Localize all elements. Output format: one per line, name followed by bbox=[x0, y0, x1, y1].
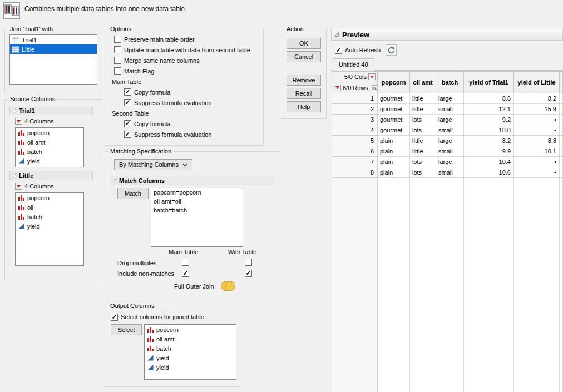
cell[interactable]: 10.4 bbox=[464, 157, 514, 167]
row-number[interactable]: 5 bbox=[332, 136, 378, 146]
source-columns-list-trial1[interactable]: popcornoil amtbatchyield bbox=[15, 127, 84, 167]
column-item-oil-amt[interactable]: oil amt bbox=[16, 137, 83, 147]
column-header-yield-of-little[interactable]: yield of Little bbox=[514, 72, 560, 93]
cell[interactable]: plain bbox=[378, 146, 410, 157]
cell[interactable]: small bbox=[436, 125, 464, 136]
cancel-button[interactable]: Cancel bbox=[287, 51, 321, 62]
checkbox-merge-same-name-columns[interactable] bbox=[114, 57, 121, 64]
cell[interactable]: lots bbox=[410, 115, 436, 125]
preview-header[interactable]: Preview bbox=[331, 29, 563, 41]
checkbox-suppress-formula-evaluation[interactable] bbox=[124, 99, 131, 106]
checkbox-main-drop-multiples[interactable] bbox=[182, 259, 189, 266]
help-button[interactable]: Help bbox=[287, 101, 321, 112]
cell[interactable]: small bbox=[436, 146, 464, 157]
cell[interactable]: little bbox=[410, 136, 436, 146]
checkbox-match-flag[interactable] bbox=[114, 67, 121, 75]
cell[interactable]: 15.9 bbox=[514, 104, 560, 115]
column-header-oil-amt[interactable]: oil amt bbox=[410, 72, 436, 93]
cell[interactable]: little bbox=[410, 104, 436, 115]
checkbox-main-include-non-matches[interactable] bbox=[182, 270, 189, 277]
cell[interactable]: small bbox=[436, 167, 464, 178]
cell[interactable]: 10.1 bbox=[514, 146, 560, 157]
cell[interactable]: lots bbox=[410, 125, 436, 136]
disclosure-icon[interactable] bbox=[12, 107, 17, 114]
match-method-dropdown[interactable]: By Matching Columns bbox=[114, 159, 192, 170]
red-menu-triangle-icon[interactable] bbox=[368, 73, 376, 80]
column-header-batch[interactable]: batch bbox=[436, 72, 464, 93]
disclosure-icon[interactable] bbox=[334, 31, 339, 39]
auto-refresh-checkbox[interactable] bbox=[335, 47, 342, 54]
cell[interactable]: 8.8 bbox=[514, 136, 560, 146]
cell[interactable]: plain bbox=[378, 136, 410, 146]
row-selector-icon[interactable] bbox=[372, 85, 377, 91]
row-number[interactable]: 1 bbox=[332, 93, 378, 104]
select-button[interactable]: Select bbox=[111, 324, 142, 335]
column-header-popcorn[interactable]: popcorn bbox=[378, 72, 410, 93]
cell[interactable]: large bbox=[436, 93, 464, 104]
column-item-batch[interactable]: batch bbox=[16, 147, 83, 156]
red-menu-triangle-icon[interactable] bbox=[15, 118, 22, 125]
cell[interactable]: large bbox=[436, 136, 464, 146]
cell[interactable]: 9.9 bbox=[464, 146, 514, 157]
match-pair[interactable]: oil amt=oil bbox=[151, 197, 243, 206]
output-column-item-yield[interactable]: yield bbox=[145, 363, 236, 372]
checkbox-suppress-formula-evaluation[interactable] bbox=[124, 131, 131, 138]
column-header-yield-of-trial1[interactable]: yield of Trial1 bbox=[464, 72, 514, 93]
cell[interactable]: • bbox=[514, 115, 560, 125]
output-column-item-popcorn[interactable]: popcorn bbox=[145, 325, 236, 334]
cell[interactable]: lots bbox=[410, 157, 436, 167]
source-group-header-trial1[interactable]: Trial1 bbox=[9, 106, 93, 115]
checkbox-with-include-non-matches[interactable] bbox=[245, 270, 252, 277]
cell[interactable]: gourmet bbox=[378, 125, 410, 136]
join-with-list[interactable]: Trial1Little bbox=[9, 34, 97, 85]
cell[interactable]: gourmet bbox=[378, 115, 410, 125]
cell[interactable]: little bbox=[410, 93, 436, 104]
recall-button[interactable]: Recall bbox=[287, 88, 321, 99]
cell[interactable]: 8.2 bbox=[464, 136, 514, 146]
tab-untitled-48[interactable]: Untitled 48 bbox=[333, 58, 374, 71]
cell[interactable]: gourmet bbox=[378, 93, 410, 104]
join-table-item-little[interactable]: Little bbox=[10, 44, 97, 54]
cell[interactable]: lots bbox=[410, 167, 436, 178]
row-number[interactable]: 6 bbox=[332, 146, 378, 157]
output-column-item-yield[interactable]: yield bbox=[145, 353, 236, 363]
join-table-item-trial1[interactable]: Trial1 bbox=[10, 35, 97, 44]
match-columns-list[interactable]: popcorn=popcornoil amt=oilbatch=batch bbox=[151, 188, 243, 247]
checkbox-copy-formula[interactable] bbox=[124, 120, 131, 127]
row-number[interactable]: 8 bbox=[332, 167, 378, 178]
column-item-popcorn[interactable]: popcorn bbox=[16, 193, 83, 202]
cell[interactable]: 9.2 bbox=[464, 115, 514, 125]
red-menu-triangle-icon[interactable] bbox=[15, 183, 22, 190]
match-button[interactable]: Match bbox=[117, 188, 149, 199]
disclosure-icon[interactable] bbox=[112, 177, 117, 184]
checkbox-copy-formula[interactable] bbox=[124, 88, 131, 96]
output-columns-list[interactable]: popcornoil amtbatchyieldyield bbox=[144, 324, 236, 380]
cell[interactable]: 8.2 bbox=[514, 93, 560, 104]
row-number[interactable]: 7 bbox=[332, 157, 378, 167]
cell[interactable]: 18.0 bbox=[464, 125, 514, 136]
cell[interactable]: 12.1 bbox=[464, 104, 514, 115]
source-group-header-little[interactable]: Little bbox=[9, 171, 93, 180]
cell[interactable]: • bbox=[514, 157, 560, 167]
select-columns-checkbox[interactable] bbox=[111, 314, 118, 321]
venn-full-outer-icon[interactable] bbox=[220, 280, 236, 293]
cell[interactable]: small bbox=[436, 104, 464, 115]
ok-button[interactable]: OK bbox=[287, 38, 321, 49]
match-pair[interactable]: batch=batch bbox=[151, 206, 243, 215]
match-columns-header[interactable]: Match Columns bbox=[110, 176, 274, 185]
red-menu-triangle-icon[interactable] bbox=[334, 85, 341, 91]
column-item-yield[interactable]: yield bbox=[16, 156, 83, 166]
source-columns-list-little[interactable]: popcornoilbatchyield bbox=[15, 192, 84, 266]
cell[interactable]: gourmet bbox=[378, 104, 410, 115]
row-number[interactable]: 4 bbox=[332, 125, 378, 136]
checkbox-update-main-table-with-data-from-second-table[interactable] bbox=[114, 46, 121, 53]
cell[interactable]: 8.6 bbox=[464, 93, 514, 104]
refresh-icon[interactable] bbox=[386, 44, 397, 56]
cell[interactable]: 10.6 bbox=[464, 167, 514, 178]
column-item-popcorn[interactable]: popcorn bbox=[16, 128, 83, 137]
row-number[interactable]: 2 bbox=[332, 104, 378, 115]
match-pair[interactable]: popcorn=popcorn bbox=[151, 188, 243, 197]
cell[interactable]: • bbox=[514, 125, 560, 136]
output-column-item-batch[interactable]: batch bbox=[145, 344, 236, 353]
checkbox-with-drop-multiples[interactable] bbox=[245, 259, 252, 266]
